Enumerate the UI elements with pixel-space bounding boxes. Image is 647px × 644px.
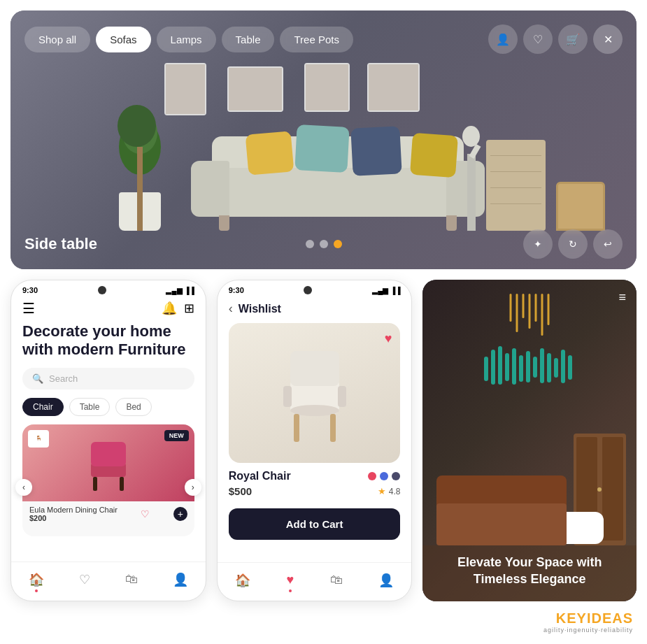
user-nav-1[interactable]: 👤 bbox=[167, 569, 194, 595]
color-dot-red[interactable] bbox=[368, 472, 376, 480]
image-card-menu[interactable]: ≡ bbox=[618, 290, 626, 305]
back-button[interactable]: ‹ bbox=[229, 301, 233, 316]
product-meta: $500 ★ 4.8 bbox=[229, 485, 401, 497]
bell-icon[interactable]: 🔔 bbox=[162, 301, 177, 316]
product-card-large[interactable]: ♥ bbox=[229, 323, 401, 463]
product-img-large bbox=[229, 323, 401, 463]
svg-rect-22 bbox=[561, 350, 565, 383]
cart-nav-2[interactable]: 🛍 bbox=[325, 570, 348, 595]
nav-tree-pots[interactable]: Tree Pots bbox=[280, 27, 353, 52]
hero-dots bbox=[306, 240, 342, 248]
status-bar-1: 9:30 ▂▄▆ ▐▐ bbox=[11, 280, 206, 297]
user-nav-2[interactable]: 👤 bbox=[373, 570, 399, 595]
phone-1-content: Decorate your home with modern Furniture… bbox=[11, 322, 206, 561]
search-bar[interactable]: 🔍 Search bbox=[22, 368, 194, 389]
chip-bed[interactable]: Bed bbox=[115, 398, 151, 416]
cart-icon-btn[interactable]: 🛒 bbox=[558, 24, 588, 54]
heart-nav-2[interactable]: ♥ bbox=[281, 570, 300, 595]
carousel-right[interactable]: › bbox=[185, 479, 201, 496]
svg-rect-10 bbox=[338, 386, 346, 407]
color-dot-navy[interactable] bbox=[392, 472, 400, 480]
dot-2[interactable] bbox=[320, 240, 328, 248]
brand-name-part1: KEY bbox=[556, 610, 587, 626]
phone-1: 9:30 ▂▄▆ ▐▐ ☰ 🔔 ⊞ Decorate your home wit… bbox=[10, 280, 206, 601]
product-details-bar: Royal Chair bbox=[229, 470, 401, 482]
dot-1[interactable] bbox=[306, 240, 314, 248]
svg-rect-7 bbox=[294, 414, 299, 442]
refresh-btn[interactable]: ↻ bbox=[558, 229, 588, 259]
thumb-badge: 🪑 bbox=[28, 430, 49, 448]
home-nav-1[interactable]: 🏠 bbox=[23, 569, 50, 595]
product-name-1: Eula Modern Dining Chair bbox=[29, 506, 118, 514]
product-img-1: 🪑 NEW bbox=[22, 424, 194, 501]
product-card-1[interactable]: 🪑 NEW Eula Modern Dining Chair $200 ♡ + bbox=[22, 424, 194, 536]
heart-icon-product[interactable]: ♡ bbox=[141, 508, 150, 520]
dot-3[interactable] bbox=[334, 240, 342, 248]
close-icon-btn[interactable]: ✕ bbox=[593, 24, 623, 54]
svg-rect-17 bbox=[526, 351, 530, 382]
svg-rect-19 bbox=[540, 348, 544, 383]
cart-nav-1[interactable]: 🛍 bbox=[120, 569, 143, 595]
nav-table[interactable]: Table bbox=[222, 27, 275, 52]
teal-decor bbox=[477, 343, 582, 392]
phone-1-header: ☰ 🔔 ⊞ bbox=[11, 297, 206, 322]
phone-1-bottom-nav: 🏠 ♡ 🛍 👤 bbox=[11, 561, 206, 601]
wall-frame-1 bbox=[164, 63, 206, 115]
add-to-cart-btn[interactable]: Add to Cart bbox=[229, 508, 401, 540]
hero-nav: Shop all Sofas Lamps Table Tree Pots 👤 ♡… bbox=[24, 24, 623, 54]
phone-2-header: ‹ Wishlist bbox=[218, 297, 412, 323]
phone-2-bottom-nav: 🏠 ♥ 🛍 👤 bbox=[218, 562, 412, 601]
svg-rect-15 bbox=[512, 348, 516, 385]
grid-icon[interactable]: ⊞ bbox=[184, 301, 194, 316]
search-placeholder: Search bbox=[49, 373, 78, 384]
user-icon-btn[interactable]: 👤 bbox=[488, 24, 518, 54]
bed bbox=[436, 468, 567, 545]
search-icon-1: 🔍 bbox=[32, 373, 43, 384]
drawer-unit bbox=[486, 140, 546, 231]
svg-rect-11 bbox=[484, 357, 488, 381]
svg-rect-21 bbox=[554, 358, 558, 378]
svg-rect-1 bbox=[91, 442, 126, 466]
color-dots bbox=[368, 472, 400, 480]
svg-rect-12 bbox=[491, 350, 495, 385]
svg-rect-5 bbox=[290, 351, 339, 386]
filter-chips: Chair Table Bed bbox=[22, 398, 194, 416]
chip-table[interactable]: Table bbox=[69, 398, 111, 416]
wishlist-title: Wishlist bbox=[239, 303, 281, 315]
home-nav-2[interactable]: 🏠 bbox=[229, 570, 256, 595]
lamp bbox=[467, 154, 476, 231]
phone-1-title: Decorate your home with modern Furniture bbox=[22, 322, 194, 359]
chip-chair[interactable]: Chair bbox=[22, 398, 64, 416]
nav-lamps[interactable]: Lamps bbox=[157, 27, 216, 52]
back-btn[interactable]: ↩ bbox=[593, 229, 623, 259]
carousel-left[interactable]: ‹ bbox=[15, 479, 32, 496]
svg-rect-14 bbox=[505, 353, 509, 381]
hero-controls: ✦ ↻ ↩ bbox=[523, 229, 623, 259]
wishlist-icon-btn[interactable]: ♡ bbox=[523, 24, 553, 54]
heart-nav-1[interactable]: ♡ bbox=[73, 569, 96, 595]
status-icons-2: ▂▄▆ ▐▐ bbox=[372, 287, 400, 294]
compass-btn[interactable]: ✦ bbox=[523, 229, 553, 259]
brand-name-part2: IDEAS bbox=[587, 610, 633, 626]
notch-1 bbox=[98, 286, 106, 294]
nav-shop-all[interactable]: Shop all bbox=[24, 27, 90, 52]
wishlist-heart-icon[interactable]: ♥ bbox=[385, 331, 392, 346]
color-dot-blue[interactable] bbox=[380, 472, 388, 480]
rating-value: 4.8 bbox=[389, 487, 401, 496]
svg-rect-16 bbox=[519, 355, 523, 382]
menu-icon-1[interactable]: ☰ bbox=[22, 300, 35, 317]
battery-2: ▐▐ bbox=[390, 287, 400, 294]
time-1: 9:30 bbox=[22, 286, 38, 294]
product-price-large: $500 bbox=[229, 485, 252, 497]
brand-tagline: agility·ingenuity·reliability bbox=[543, 627, 633, 634]
nav-sofas[interactable]: Sofas bbox=[96, 27, 150, 52]
product-name-large: Royal Chair bbox=[229, 470, 291, 482]
notch-2 bbox=[304, 286, 312, 294]
add-btn-1[interactable]: + bbox=[173, 507, 187, 521]
chair-illustration bbox=[80, 431, 136, 494]
basket bbox=[556, 182, 605, 231]
status-bar-2: 9:30 ▂▄▆ ▐▐ bbox=[218, 280, 412, 297]
royal-chair-illustration bbox=[273, 337, 357, 449]
product-price-1: $200 bbox=[29, 514, 118, 522]
hero-nav-right: 👤 ♡ 🛒 ✕ bbox=[488, 24, 623, 54]
